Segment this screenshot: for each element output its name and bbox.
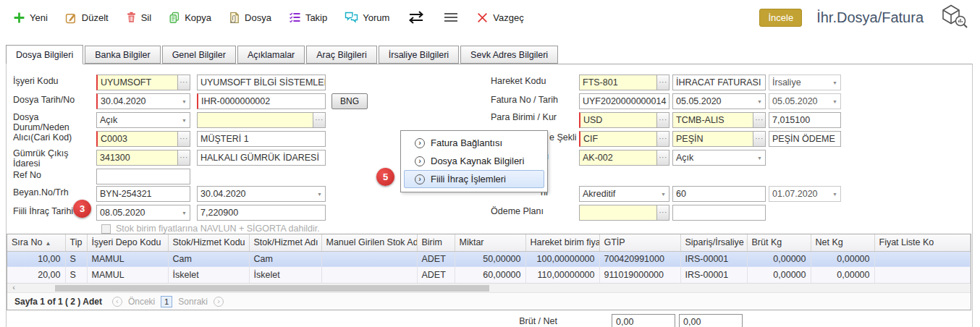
beyan-tarih-field[interactable]: 30.04.2020 — [197, 186, 326, 202]
para-birimi-lookup-button[interactable] — [656, 113, 669, 127]
tab-arac-bilgileri[interactable]: Araç Bilgileri — [306, 46, 376, 64]
tab-dosya-bilgileri[interactable]: Dosya Bilgileri — [6, 45, 83, 64]
net-input[interactable]: 0,00 — [679, 314, 743, 327]
odeme-tipi-dropdown-icon[interactable] — [658, 192, 669, 197]
tab-aciklamalar[interactable]: Açıklamalar — [237, 46, 305, 64]
fatura-tarih2-dropdown-icon[interactable] — [829, 99, 840, 104]
prev-page-icon[interactable] — [112, 297, 122, 307]
cancel-button[interactable]: Vazgeç — [476, 12, 523, 24]
tab-sevk-adres-bilgileri[interactable]: Sevk Adres Bilgileri — [460, 46, 558, 64]
dosya-tarih-field[interactable]: 30.04.2020 — [96, 93, 190, 109]
fiili-ihrac-dropdown-icon[interactable] — [179, 211, 190, 216]
akreditif-lookup-button[interactable] — [656, 150, 669, 165]
hareket-tip-dropdown-icon[interactable] — [829, 80, 840, 85]
prev-page-label[interactable]: Önceki — [128, 297, 155, 307]
vade-gun-field[interactable]: 60 — [672, 186, 766, 202]
copy-button[interactable]: Kopya — [169, 12, 211, 24]
fatura-tarih-dropdown-icon[interactable] — [754, 99, 765, 104]
horizontal-scrollbar[interactable]: ‹ — [7, 283, 971, 292]
new-button[interactable]: Yeni — [13, 12, 48, 24]
column-header-sira-no[interactable]: Sıra No — [7, 234, 65, 251]
odeme-plani-field[interactable] — [579, 205, 669, 221]
tab-genel-bilgiler[interactable]: Genel Bilgiler — [162, 46, 236, 64]
menu-item-fatura-baglantisi[interactable]: Fatura Bağlantısı — [404, 134, 544, 152]
column-header-siparis-irsaliye-no[interactable]: Sipariş/İrsaliye No — [680, 234, 747, 251]
vade-tarih-field[interactable]: 01.07.2020 — [769, 186, 841, 202]
scrollbar-thumb[interactable] — [55, 285, 489, 292]
fiili-ihrac-tarih-field[interactable]: 08.05.2020 — [96, 205, 190, 221]
odeme-sekli-aciklama-field[interactable]: PEŞİN ÖDEME — [769, 131, 841, 147]
brut-input[interactable]: 0,00 — [612, 314, 675, 327]
dosya-tarih-dropdown-icon[interactable] — [179, 99, 190, 104]
column-header-tip[interactable]: Tip — [65, 234, 87, 251]
column-header-brut-kg[interactable]: Brüt Kg — [747, 234, 811, 251]
dosya-neden-field[interactable] — [197, 112, 326, 128]
comment-button[interactable]: Yorum — [345, 12, 389, 23]
cube-search-icon[interactable] — [938, 3, 968, 32]
transfer-button[interactable] — [407, 11, 426, 24]
beyan-tarih-dropdown-icon[interactable] — [314, 192, 325, 197]
dosya-durum-field[interactable]: Açık — [96, 112, 190, 128]
odeme-sekli-field[interactable]: PEŞİN — [672, 131, 766, 147]
odeme-sekli-lookup-button[interactable] — [753, 132, 765, 146]
tab-irsaliye-bilgileri[interactable]: İrsaliye Bilgileri — [379, 46, 459, 64]
kur-tipi-lookup-button[interactable] — [753, 113, 765, 127]
teslim-sekli-lookup-button[interactable] — [656, 132, 669, 146]
gumruk-kod-field[interactable]: 341300 — [96, 150, 190, 166]
next-page-icon[interactable] — [214, 297, 224, 307]
dosya-neden-lookup-button[interactable] — [313, 113, 325, 127]
akreditif-durum-field[interactable]: Açık — [672, 150, 766, 166]
column-header-gtip[interactable]: GTİP — [599, 234, 680, 251]
para-birimi-field[interactable]: USD — [579, 112, 669, 128]
fiili-ihrac-kur-field[interactable]: 7,220900 — [197, 205, 326, 221]
more-menu-button[interactable] — [443, 12, 459, 23]
kur-tipi-field[interactable]: TCMB-ALIS — [672, 112, 766, 128]
follow-button[interactable]: Takip — [289, 12, 327, 23]
hareket-adi-field[interactable]: İHRACAT FATURASI — [672, 75, 766, 90]
teslim-sekli-field[interactable]: CIF — [579, 131, 669, 147]
gumruk-lookup-button[interactable] — [177, 150, 190, 165]
column-header-birim[interactable]: Birim — [417, 234, 455, 251]
column-header-isyeri-depo-kodu[interactable]: İşyeri Depo Kodu — [87, 234, 168, 251]
vade-tarih-dropdown-icon[interactable] — [829, 192, 840, 197]
alici-kod-field[interactable]: C0003 — [96, 131, 190, 147]
column-header-manuel-stok-adi[interactable]: Manuel Girilen Stok Adı — [321, 234, 417, 251]
gumruk-adi-field[interactable]: HALKALI GÜMRÜK İDARESİ — [197, 150, 326, 166]
scroll-left-icon[interactable]: ‹ — [9, 284, 19, 292]
alici-lookup-button[interactable] — [177, 132, 190, 146]
akreditif-durum-dropdown-icon[interactable] — [754, 156, 765, 161]
akreditif-kodu-field[interactable]: AK-002 — [579, 150, 669, 166]
beyan-no-field[interactable]: BYN-254321 — [96, 186, 190, 202]
incele-button[interactable]: İncele — [759, 9, 802, 27]
tab-banka-bilgiler[interactable]: Banka Bilgiler — [85, 46, 160, 64]
table-row[interactable]: 20,00 S MAMUL İskelet İskelet ADET 60,00… — [7, 267, 971, 283]
next-page-label[interactable]: Sonraki — [178, 297, 208, 307]
fatura-no-field[interactable]: UYF2020000000014 — [579, 93, 669, 109]
navlun-checkbox[interactable] — [101, 224, 111, 234]
page-number[interactable]: 1 — [161, 296, 172, 307]
delete-button[interactable]: Sil — [126, 12, 151, 23]
column-header-miktar[interactable]: Miktar — [455, 234, 525, 251]
column-header-net-kg[interactable]: Net Kg — [811, 234, 874, 251]
dosya-durum-dropdown-icon[interactable] — [179, 118, 190, 123]
fatura-tarih2-field[interactable]: 05.05.2020 — [769, 93, 841, 109]
menu-item-dosya-kaynak-bilgileri[interactable]: Dosya Kaynak Bilgileri — [404, 152, 544, 170]
isyeri-kodu-field[interactable]: UYUMSOFT — [96, 75, 190, 90]
column-header-hareket-birim-fiyati[interactable]: Hareket birim fiyatı — [525, 234, 599, 251]
menu-item-fiili-ihrac-islemleri[interactable]: Fiili İhraç İşlemleri — [404, 170, 544, 188]
edit-button[interactable]: Düzelt — [65, 12, 109, 24]
column-header-fiyat-liste-kodu[interactable]: Fiyat Liste Ko — [874, 234, 971, 251]
dosya-no-field[interactable]: IHR-0000000002 — [197, 93, 326, 109]
fatura-tarih-field[interactable]: 05.05.2020 — [672, 93, 766, 109]
table-row-selected[interactable]: 10,00 S MAMUL Cam Cam ADET 50,00000 100,… — [7, 251, 971, 267]
odeme-plani-lookup-button[interactable] — [656, 205, 669, 220]
hareket-lookup-button[interactable] — [656, 75, 669, 90]
kur-field[interactable]: 7,015100 — [769, 112, 841, 128]
isyeri-adi-field[interactable]: UYUMSOFT BİLGİ SİSTEMLERİ V — [197, 75, 326, 90]
odeme-tipi-field[interactable]: Akreditif — [579, 186, 669, 202]
bng-button[interactable]: BNG — [331, 93, 368, 109]
isyeri-lookup-button[interactable] — [177, 75, 190, 90]
column-header-stok-hizmet-adi[interactable]: Stok/Hizmet Adı — [249, 234, 321, 251]
ref-no-field[interactable] — [96, 169, 190, 184]
file-button[interactable]: Dosya — [229, 12, 271, 24]
